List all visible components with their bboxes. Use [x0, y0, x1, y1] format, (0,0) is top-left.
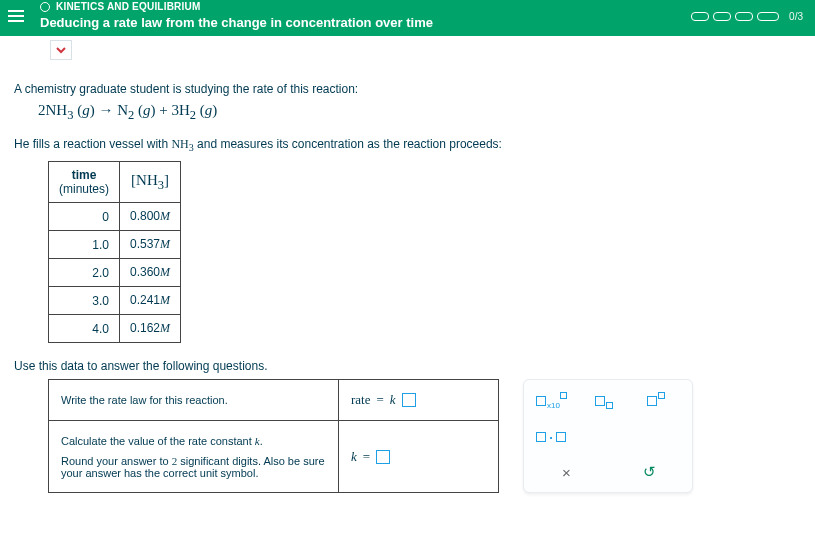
table-row: 3.00.241M	[49, 287, 181, 315]
progress-counter: 0/3	[789, 11, 803, 22]
q2-prompt: Calculate the value of the rate constant…	[49, 421, 339, 493]
table-row: 2.00.360M	[49, 259, 181, 287]
intro-text-1: A chemistry graduate student is studying…	[14, 82, 801, 96]
rate-k: k	[390, 392, 396, 408]
palette-multiply-button[interactable]: ·	[536, 426, 566, 448]
section-collapse-button[interactable]	[50, 40, 72, 60]
module-circle-icon	[40, 2, 50, 12]
palette-clear-button[interactable]: ×	[557, 462, 577, 482]
reaction-equation: 2NH3 (g) → N2 (g) + 3H2 (g)	[38, 102, 801, 123]
question-content: A chemistry graduate student is studying…	[0, 60, 815, 513]
q1-answer-cell: rate = k	[339, 380, 499, 421]
lesson-title: Deducing a rate law from the change in c…	[40, 15, 433, 31]
module-category: KINETICS AND EQUILIBRIUM	[56, 1, 200, 13]
q1-prompt: Write the rate law for this reaction.	[49, 380, 339, 421]
table-row: 00.800M	[49, 203, 181, 231]
progress-seg	[691, 12, 709, 21]
progress-seg	[713, 12, 731, 21]
followup-text: Use this data to answer the following qu…	[14, 359, 801, 373]
concentration-table: time (minutes) [NH3] 00.800M 1.00.537M 2…	[48, 161, 181, 343]
rate-law-input[interactable]	[402, 393, 416, 407]
q2-answer-cell: k =	[339, 421, 499, 493]
palette-superscript-button[interactable]	[640, 390, 670, 412]
menu-icon[interactable]	[8, 5, 30, 27]
input-palette: x10 · × ↺	[523, 379, 693, 493]
k-label: k	[351, 449, 357, 465]
intro-text-2: He fills a reaction vessel with NH3 and …	[14, 137, 801, 153]
progress-seg	[757, 12, 779, 21]
palette-sci-notation-button[interactable]: x10	[536, 390, 566, 412]
progress-seg	[735, 12, 753, 21]
app-header: KINETICS AND EQUILIBRIUM Deducing a rate…	[0, 0, 815, 36]
progress-indicator: 0/3	[691, 11, 803, 22]
title-block: KINETICS AND EQUILIBRIUM Deducing a rate…	[40, 1, 433, 31]
col-time-header: time (minutes)	[49, 162, 120, 203]
palette-redo-button[interactable]: ↺	[640, 462, 660, 482]
chevron-down-icon	[55, 44, 67, 56]
k-value-input[interactable]	[376, 450, 390, 464]
table-row: 4.00.162M	[49, 315, 181, 343]
col-conc-header: [NH3]	[120, 162, 181, 203]
palette-subscript-button[interactable]	[588, 390, 618, 412]
answer-table: Write the rate law for this reaction. ra…	[48, 379, 499, 493]
rate-label: rate	[351, 392, 370, 408]
table-row: 1.00.537M	[49, 231, 181, 259]
